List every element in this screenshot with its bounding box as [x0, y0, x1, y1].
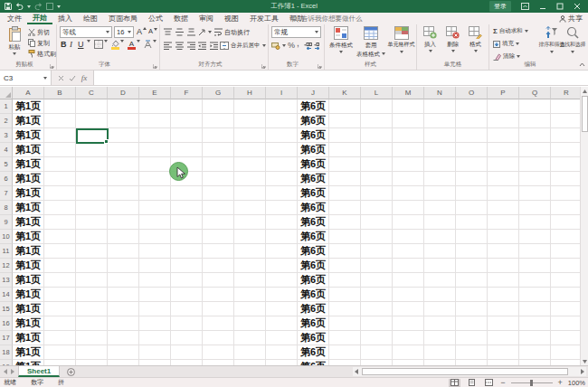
- cell-L15[interactable]: [361, 302, 393, 316]
- cell-O11[interactable]: [456, 244, 488, 259]
- cell-D15[interactable]: [108, 302, 139, 316]
- cell-G5[interactable]: [203, 157, 234, 172]
- cell-L17[interactable]: [361, 331, 393, 345]
- cell-N16[interactable]: [424, 316, 456, 331]
- cell-F13[interactable]: [171, 273, 203, 288]
- column-header-G[interactable]: G: [203, 87, 234, 99]
- cell-P16[interactable]: [488, 316, 519, 331]
- cell-F11[interactable]: [171, 244, 203, 259]
- tab-home[interactable]: 开始: [27, 13, 52, 24]
- cell-R7[interactable]: [551, 186, 580, 201]
- cell-J18[interactable]: 第6页: [298, 345, 329, 360]
- cell-D11[interactable]: [108, 244, 139, 259]
- cell-K12[interactable]: [329, 259, 361, 273]
- italic-button[interactable]: I: [70, 40, 72, 51]
- cell-M6[interactable]: [393, 172, 424, 186]
- cell-D12[interactable]: [108, 259, 139, 273]
- cell-P12[interactable]: [488, 259, 519, 273]
- cell-K1[interactable]: [329, 99, 361, 114]
- cell-G16[interactable]: [203, 316, 234, 331]
- cell-N17[interactable]: [424, 331, 456, 345]
- align-bottom-icon[interactable]: [187, 28, 195, 36]
- column-header-K[interactable]: K: [329, 87, 361, 99]
- comma-style-button[interactable]: ,: [297, 38, 299, 48]
- cell-J10[interactable]: 第6页: [298, 230, 329, 244]
- cell-B2[interactable]: [44, 114, 76, 128]
- zoom-level[interactable]: 100%: [568, 379, 585, 387]
- cell-F12[interactable]: [171, 259, 203, 273]
- cell-I8[interactable]: [266, 201, 298, 215]
- cell-I2[interactable]: [266, 114, 298, 128]
- cell-P5[interactable]: [488, 157, 519, 172]
- undo-icon[interactable]: [15, 3, 24, 10]
- column-header-D[interactable]: D: [108, 87, 139, 99]
- cell-P15[interactable]: [488, 302, 519, 316]
- cell-B7[interactable]: [44, 186, 76, 201]
- cell-C6[interactable]: [76, 172, 108, 186]
- cell-Q12[interactable]: [519, 259, 551, 273]
- cell-E5[interactable]: [139, 157, 171, 172]
- cell-N5[interactable]: [424, 157, 456, 172]
- cell-N9[interactable]: [424, 215, 456, 230]
- cell-K7[interactable]: [329, 186, 361, 201]
- cell-L16[interactable]: [361, 316, 393, 331]
- cell-L13[interactable]: [361, 273, 393, 288]
- cell-R14[interactable]: [551, 288, 580, 302]
- cell-G1[interactable]: [203, 99, 234, 114]
- cell-C8[interactable]: [76, 201, 108, 215]
- cell-L4[interactable]: [361, 143, 393, 157]
- cell-N11[interactable]: [424, 244, 456, 259]
- cell-R2[interactable]: [551, 114, 580, 128]
- cell-R15[interactable]: [551, 302, 580, 316]
- cell-G3[interactable]: [203, 128, 234, 143]
- scroll-right-icon[interactable]: [581, 369, 584, 374]
- column-header-R[interactable]: R: [551, 87, 580, 99]
- row-header-1[interactable]: 1: [0, 99, 13, 114]
- cell-H17[interactable]: [234, 331, 266, 345]
- cell-O9[interactable]: [456, 215, 488, 230]
- cell-C2[interactable]: [76, 114, 108, 128]
- cell-F3[interactable]: [171, 128, 203, 143]
- cell-K4[interactable]: [329, 143, 361, 157]
- cell-D3[interactable]: [108, 128, 139, 143]
- cell-P13[interactable]: [488, 273, 519, 288]
- cell-K13[interactable]: [329, 273, 361, 288]
- cell-G9[interactable]: [203, 215, 234, 230]
- underline-button[interactable]: U: [78, 40, 90, 51]
- cell-F10[interactable]: [171, 230, 203, 244]
- cell-C12[interactable]: [76, 259, 108, 273]
- tab-insert[interactable]: 插入: [52, 13, 78, 24]
- cell-Q10[interactable]: [519, 230, 551, 244]
- column-header-O[interactable]: O: [456, 87, 488, 99]
- cell-D8[interactable]: [108, 201, 139, 215]
- cell-H13[interactable]: [234, 273, 266, 288]
- column-header-C[interactable]: C: [76, 87, 108, 99]
- column-header-A[interactable]: A: [13, 87, 44, 99]
- cell-B11[interactable]: [44, 244, 76, 259]
- cell-B8[interactable]: [44, 201, 76, 215]
- cell-I11[interactable]: [266, 244, 298, 259]
- cell-M16[interactable]: [393, 316, 424, 331]
- cell-B15[interactable]: [44, 302, 76, 316]
- cell-I7[interactable]: [266, 186, 298, 201]
- column-header-Q[interactable]: Q: [519, 87, 551, 99]
- zoom-slider-thumb[interactable]: [530, 380, 533, 386]
- customize-qat-icon[interactable]: [57, 5, 61, 8]
- row-header-8[interactable]: 8: [0, 201, 13, 215]
- cell-G14[interactable]: [203, 288, 234, 302]
- cell-Q15[interactable]: [519, 302, 551, 316]
- fill-button[interactable]: 填充: [493, 39, 519, 49]
- cell-H9[interactable]: [234, 215, 266, 230]
- cell-Q17[interactable]: [519, 331, 551, 345]
- cell-J16[interactable]: 第6页: [298, 316, 329, 331]
- font-dialog-launcher-icon[interactable]: [153, 64, 157, 69]
- cell-K6[interactable]: [329, 172, 361, 186]
- cell-C10[interactable]: [76, 230, 108, 244]
- cell-F7[interactable]: [171, 186, 203, 201]
- cell-L1[interactable]: [361, 99, 393, 114]
- copy-button[interactable]: 复制: [28, 38, 50, 48]
- cell-H7[interactable]: [234, 186, 266, 201]
- cell-O5[interactable]: [456, 157, 488, 172]
- cell-J8[interactable]: 第6页: [298, 201, 329, 215]
- cell-B1[interactable]: [44, 99, 76, 114]
